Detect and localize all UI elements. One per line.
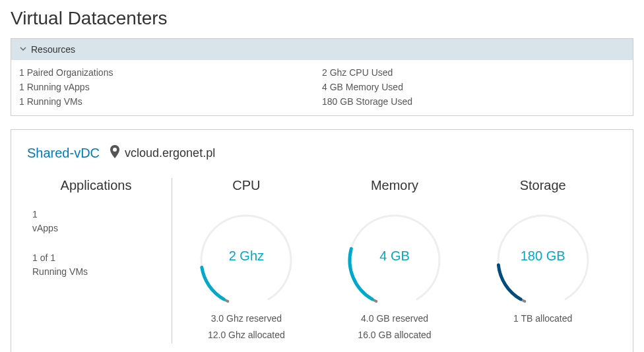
storage-gauge-caption: 1 TB allocated xyxy=(468,310,617,327)
cpu-allocated-label: 12.0 Ghz allocated xyxy=(172,327,321,343)
cpu-used-stat: 2 Ghz CPU Used xyxy=(322,65,625,80)
vdc-card-header: Shared-vDC vcloud.ergonet.pl xyxy=(27,144,617,162)
memory-allocated-label: 16.0 GB allocated xyxy=(321,327,469,343)
vdc-body: Applications 1 vApps 1 of 1 Running VMs … xyxy=(27,178,617,343)
storage-gauge-value: 180 GB xyxy=(484,249,602,264)
vdc-card: Shared-vDC vcloud.ergonet.pl Application… xyxy=(11,129,633,352)
svg-point-0 xyxy=(113,148,117,152)
cpu-reserved-label: 3.0 Ghz reserved xyxy=(172,310,321,327)
resources-header[interactable]: Resources xyxy=(11,39,633,60)
memory-gauge-column: Memory 4 GB 4.0 GB reserved 16.0 GB allo… xyxy=(321,178,469,343)
memory-gauge-caption: 4.0 GB reserved 16.0 GB allocated xyxy=(321,310,469,343)
mem-used-stat: 4 GB Memory Used xyxy=(322,80,625,94)
resources-right-col: 2 Ghz CPU Used 4 GB Memory Used 180 GB S… xyxy=(322,65,625,109)
storage-gauge: 180 GB xyxy=(484,208,602,307)
applications-title: Applications xyxy=(27,178,165,193)
page-title: Virtual Datacenters xyxy=(11,8,633,29)
vdc-name-link[interactable]: Shared-vDC xyxy=(27,146,100,161)
storage-gauge-column: Storage 180 GB 1 TB allocated xyxy=(468,178,617,343)
resources-left-col: 1 Paired Organizations 1 Running vApps 1… xyxy=(19,65,322,109)
vapps-count: 1 xyxy=(32,208,165,221)
vdc-location-label: vcloud.ergonet.pl xyxy=(125,146,215,160)
resources-body: 1 Paired Organizations 1 Running vApps 1… xyxy=(11,60,633,115)
running-vms-label: Running VMs xyxy=(32,265,165,279)
storage-used-stat: 180 GB Storage Used xyxy=(322,94,625,109)
chevron-down-icon xyxy=(19,44,31,55)
memory-gauge: 4 GB xyxy=(335,208,454,307)
gauges-row: CPU 2 Ghz 3.0 Ghz reserved 12.0 Ghz allo… xyxy=(172,178,617,343)
cpu-gauge-value: 2 Ghz xyxy=(187,249,306,264)
storage-gauge-title: Storage xyxy=(468,178,617,193)
resources-header-label: Resources xyxy=(31,44,75,55)
memory-gauge-value: 4 GB xyxy=(335,249,454,264)
running-vms-apps-stat: 1 of 1 Running VMs xyxy=(27,251,165,279)
memory-reserved-label: 4.0 GB reserved xyxy=(321,310,469,327)
cpu-gauge: 2 Ghz xyxy=(187,208,306,307)
paired-orgs-stat: 1 Paired Organizations xyxy=(19,65,322,80)
resources-panel: Resources 1 Paired Organizations 1 Runni… xyxy=(11,38,633,116)
location-pin-icon xyxy=(109,144,121,162)
running-vms-stat: 1 Running VMs xyxy=(19,94,322,109)
cpu-gauge-caption: 3.0 Ghz reserved 12.0 Ghz allocated xyxy=(172,310,321,343)
cpu-gauge-title: CPU xyxy=(172,178,321,193)
cpu-gauge-column: CPU 2 Ghz 3.0 Ghz reserved 12.0 Ghz allo… xyxy=(172,178,321,343)
storage-allocated-label: 1 TB allocated xyxy=(468,310,617,327)
applications-column: Applications 1 vApps 1 of 1 Running VMs xyxy=(27,178,172,343)
vdc-location: vcloud.ergonet.pl xyxy=(109,144,215,162)
vapps-label: vApps xyxy=(32,221,165,235)
vapps-stat: 1 vApps xyxy=(27,208,165,235)
memory-gauge-title: Memory xyxy=(321,178,469,193)
running-vapps-stat: 1 Running vApps xyxy=(19,80,322,94)
running-vms-count: 1 of 1 xyxy=(32,251,165,265)
